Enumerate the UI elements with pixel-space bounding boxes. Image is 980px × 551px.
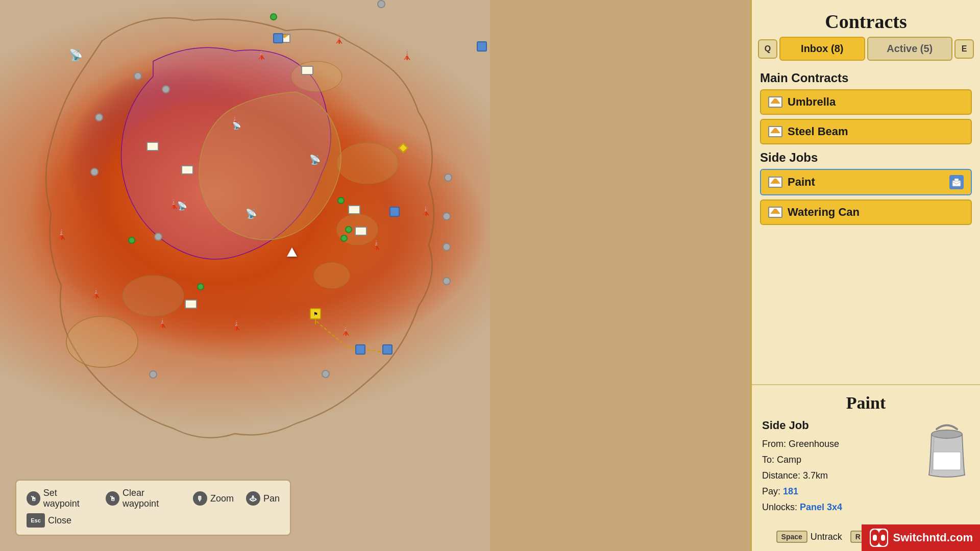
nintendo-logo xyxy=(869,528,889,548)
set-waypoint-control: 🖱 Set waypoint xyxy=(27,488,93,509)
clear-waypoint-label: Clear waypoint xyxy=(122,488,181,509)
clear-waypoint-control: 🖱 Clear waypoint xyxy=(106,488,181,509)
mail-6 xyxy=(355,227,367,236)
map-gray-9 xyxy=(443,243,451,251)
close-control[interactable]: Esc Close xyxy=(27,513,71,528)
untrack-button[interactable]: Space Untrack xyxy=(776,531,842,543)
map-gray-6 xyxy=(377,0,385,8)
map-gray-10 xyxy=(443,277,451,285)
detail-pay: Pay: 181 xyxy=(762,485,918,498)
tower-11: 🗼 xyxy=(157,317,168,329)
map-green-4 xyxy=(337,197,345,204)
unlocks-label: Unlocks: xyxy=(762,502,800,512)
tabs-row: Q Inbox (8) Active (5) E xyxy=(752,37,980,65)
nintendo-text: Switchntd.com xyxy=(893,531,973,544)
map-marker-gray-1 xyxy=(134,72,142,80)
detail-to: To: Camp xyxy=(762,453,918,467)
map-gray-7 xyxy=(444,173,452,182)
map-cursor xyxy=(287,247,297,257)
radio-2: 📡 xyxy=(246,208,257,219)
map-green-3 xyxy=(197,283,204,290)
unlocks-value: Panel 3x4 xyxy=(800,502,842,512)
mail-icon-watering xyxy=(768,207,782,218)
radio-1: 📡 xyxy=(177,201,187,211)
map-green-2 xyxy=(128,237,135,244)
svg-rect-9 xyxy=(954,179,959,181)
detail-info: Side Job From: Greenhouse To: Camp Dista… xyxy=(762,419,918,516)
tab-key-q[interactable]: Q xyxy=(758,39,777,59)
contract-paint[interactable]: Paint xyxy=(760,169,972,195)
contract-watering-label: Watering Can xyxy=(788,206,964,219)
svg-rect-11 xyxy=(933,452,961,470)
mail-2 xyxy=(301,66,313,75)
mail-7 xyxy=(185,299,197,309)
radio-3: 📡 xyxy=(232,121,241,130)
detail-body: Side Job From: Greenhouse To: Camp Dista… xyxy=(762,419,970,516)
tower-2: 🗼 xyxy=(256,49,267,60)
tower-5: 🗼 xyxy=(55,228,68,240)
detail-subtitle: Side Job xyxy=(762,419,918,432)
bucket-illustration xyxy=(924,419,970,480)
map-green-5 xyxy=(340,235,348,242)
map-gray-8 xyxy=(443,212,451,220)
contract-umbrella[interactable]: Umbrella xyxy=(760,89,972,115)
map-marker-gray-5 xyxy=(154,233,162,241)
contract-paint-box-icon xyxy=(949,175,964,189)
radio-4: 📡 xyxy=(309,154,321,165)
svg-rect-16 xyxy=(881,535,885,541)
map-area[interactable]: 📡 🗼 🗼 🗼 🗼 🗼 📡 📡 🗼 📡 📡 🗼 🗼 🗼 🗼 🗼 🗼 xyxy=(0,0,490,551)
contract-steel-beam[interactable]: Steel Beam xyxy=(760,119,972,144)
detail-title: Paint xyxy=(762,393,970,413)
tower-1: 📡 xyxy=(69,48,83,62)
box-1 xyxy=(273,33,283,43)
svg-point-10 xyxy=(932,430,962,438)
zoom-icon: 🎙 xyxy=(193,491,207,506)
box-4 xyxy=(355,344,365,355)
contract-paint-label: Paint xyxy=(788,176,944,189)
pay-value: 181 xyxy=(783,486,798,496)
mail-3 xyxy=(146,142,159,151)
tower-8: 🗼 xyxy=(371,239,382,251)
zoom-control: 🎙 Zoom xyxy=(193,491,234,506)
map-marker-gray-4 xyxy=(90,168,99,176)
svg-point-3 xyxy=(314,263,350,288)
svg-rect-8 xyxy=(952,181,961,186)
map-gray-12 xyxy=(149,370,157,379)
diamond-marker xyxy=(400,144,407,152)
clear-waypoint-icon: 🖱 xyxy=(106,491,119,506)
tab-active[interactable]: Active (5) xyxy=(867,37,953,61)
svg-rect-15 xyxy=(873,535,877,541)
tab-key-e[interactable]: E xyxy=(954,39,974,59)
contract-umbrella-label: Umbrella xyxy=(788,95,964,109)
svg-point-5 xyxy=(66,316,138,367)
map-gray-11 xyxy=(322,370,330,378)
nintendo-badge: Switchntd.com xyxy=(862,524,980,551)
tower-3: 🗼 xyxy=(333,33,345,44)
waypoint-marker: ⚑ xyxy=(310,308,321,324)
mail-4 xyxy=(181,165,193,174)
map-green-6 xyxy=(345,226,352,233)
tower-4: 🗼 xyxy=(401,49,412,61)
contract-steel-label: Steel Beam xyxy=(788,125,964,138)
detail-section: Paint Side Job From: Greenhouse To: Camp… xyxy=(752,384,980,524)
controls-panel: 🖱 Set waypoint 🖱 Clear waypoint 🎙 Zoom 🕹… xyxy=(15,480,291,536)
contract-watering-can[interactable]: Watering Can xyxy=(760,199,972,225)
map-marker-gray-2 xyxy=(162,85,170,93)
contracts-list: Main Contracts Umbrella Steel Beam Side … xyxy=(752,65,980,384)
zoom-label: Zoom xyxy=(210,493,234,504)
set-waypoint-label: Set waypoint xyxy=(43,488,94,509)
main-contracts-title: Main Contracts xyxy=(760,71,972,85)
tower-12: 🗼 xyxy=(231,320,242,331)
untrack-label: Untrack xyxy=(811,532,842,542)
map-marker-gray-3 xyxy=(95,113,103,121)
tab-inbox[interactable]: Inbox (8) xyxy=(779,37,865,61)
detail-from: From: Greenhouse xyxy=(762,437,918,451)
pay-label: Pay: xyxy=(762,486,783,496)
mail-icon-umbrella xyxy=(768,96,782,108)
tower-9: 🗼 xyxy=(420,205,431,216)
mail-icon-steel xyxy=(768,126,782,137)
side-jobs-title: Side Jobs xyxy=(760,151,972,165)
mail-5 xyxy=(348,205,360,214)
svg-point-1 xyxy=(337,143,398,184)
tower-10: 🗼 xyxy=(90,288,102,299)
